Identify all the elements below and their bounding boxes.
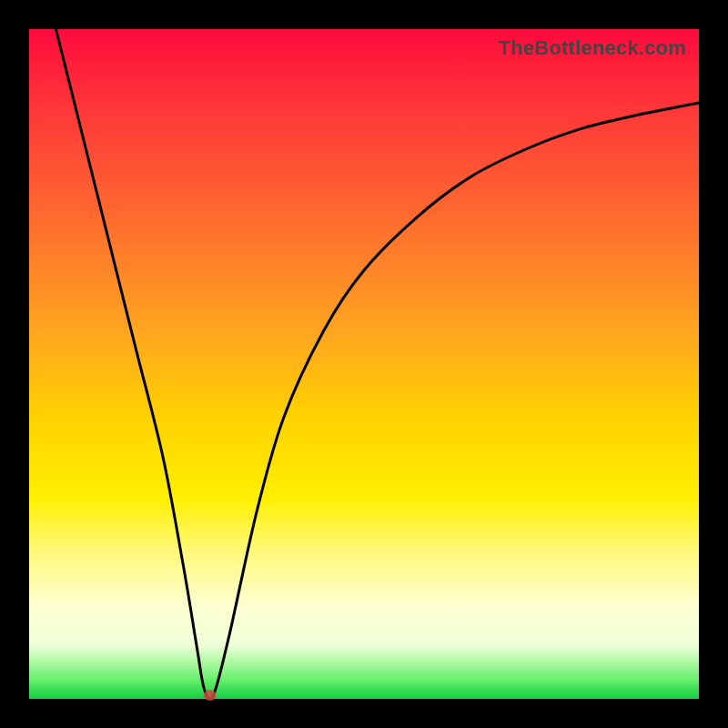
- chart-frame: TheBottleneck.com: [0, 0, 728, 728]
- bottleneck-curve: [29, 29, 699, 699]
- minimum-marker: [204, 690, 217, 701]
- plot-area: TheBottleneck.com: [29, 29, 699, 699]
